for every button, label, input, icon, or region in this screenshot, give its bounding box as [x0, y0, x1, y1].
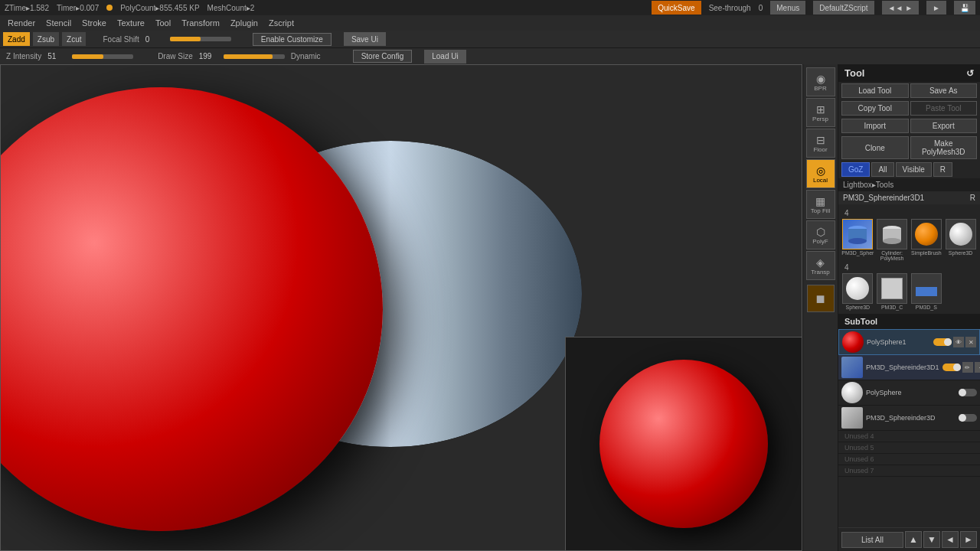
see-through-value: 0 — [759, 4, 763, 12]
local-button[interactable]: ◎ Local — [806, 159, 835, 188]
save-as-button[interactable]: Save As — [910, 83, 978, 98]
toggle-2[interactable] — [942, 364, 961, 371]
thumb-item-3[interactable]: SimpleBrush — [910, 219, 943, 262]
thumb-item-2[interactable]: Cylinder: PolyMesh — [876, 219, 909, 262]
subtool-eye-button-1[interactable]: 👁 — [953, 337, 964, 347]
toggle-4[interactable] — [959, 414, 977, 422]
store-config-button[interactable]: Store Config — [353, 50, 413, 63]
canvas-area[interactable] — [0, 64, 802, 551]
cylinder-icon — [844, 221, 871, 247]
thumb-item-7[interactable]: PM3D_S — [910, 273, 943, 311]
zsub-button[interactable]: Zsub — [33, 32, 59, 46]
zcut-button[interactable]: Zcut — [62, 32, 86, 46]
thumb-sphere-white[interactable] — [946, 219, 976, 249]
unused-4: Unused 4 — [838, 431, 980, 442]
load-ui-button[interactable]: Load Ui — [424, 50, 466, 64]
thumb-cube-white[interactable] — [877, 273, 907, 304]
subtool-item-pm3d2[interactable]: PM3D_Sphereinder3D — [838, 406, 980, 431]
local-icon: ◎ — [816, 165, 825, 177]
floor-button[interactable]: ⊟ Floor — [806, 129, 835, 158]
draw-size-slider[interactable] — [224, 54, 285, 59]
default-zscript-button[interactable]: DefaultZScript — [813, 1, 874, 15]
subtool-x-button-1[interactable]: ✕ — [965, 337, 976, 347]
thumb-label-4: Sphere3D — [949, 249, 973, 256]
save-file-button[interactable]: 💾 — [954, 1, 975, 15]
menu-render[interactable]: Render — [3, 17, 40, 29]
make-polymesh3d-button[interactable]: Make PolyMesh3D — [910, 136, 978, 159]
copy-tool-button[interactable]: Copy Tool — [841, 101, 909, 116]
bpr-icon: ◉ — [816, 73, 825, 85]
subtool-item-pm3d[interactable]: PM3D_Sphereinder3D1 ✏ · 👁 ✕ — [838, 355, 980, 380]
menu-tool[interactable]: Tool — [151, 17, 175, 29]
material-preview[interactable]: ■ — [807, 285, 835, 312]
subtool-item-polysphere1[interactable]: PolySphere1 👁 ✕ — [838, 329, 980, 355]
nav-left-button[interactable]: ◄◄ ► — [882, 1, 919, 15]
subtool-controls-2: ✏ · 👁 ✕ — [942, 362, 980, 373]
load-tool-button[interactable]: Load Tool — [841, 83, 909, 98]
top-fill-icon: ▦ — [815, 195, 825, 207]
all-button[interactable]: All — [871, 162, 893, 177]
menu-bar: Render Stencil Stroke Texture Tool Trans… — [0, 15, 980, 31]
goz-button[interactable]: GoZ — [841, 162, 870, 177]
toggle-1[interactable] — [933, 338, 952, 346]
arrow-down-button[interactable]: ▼ — [923, 531, 940, 548]
menus-button[interactable]: Menus — [770, 1, 805, 15]
menu-zplugin[interactable]: Zplugin — [226, 17, 263, 29]
subtool-name-pm3d2: PM3D_Sphereinder3D — [866, 414, 956, 422]
small-viewport[interactable] — [565, 337, 802, 551]
toggle-3[interactable] — [959, 389, 977, 396]
visible-button[interactable]: Visible — [896, 162, 932, 177]
subtool-item-polysphere[interactable]: PolySphere — [838, 380, 980, 406]
enable-customize-button[interactable]: Enable Customize — [253, 33, 332, 46]
zadd-button[interactable]: Zadd — [3, 32, 30, 46]
z-intensity-slider[interactable] — [72, 54, 133, 59]
menu-stroke[interactable]: Stroke — [77, 17, 111, 29]
thumb-item-4[interactable]: Sphere3D — [944, 219, 977, 262]
thumb-cylinder-white[interactable] — [877, 219, 907, 249]
list-all-button[interactable]: List All — [841, 532, 903, 548]
export-button[interactable]: Export — [910, 119, 978, 133]
thumb-cylinder-blue[interactable] — [842, 219, 873, 249]
tool-thumbs-grid: PM3D_Spher Cylinder: PolyMesh SimpleBrus… — [841, 219, 977, 262]
r-button[interactable]: R — [933, 162, 952, 177]
bpr-button[interactable]: ◉ BPR — [806, 67, 835, 96]
nav-right-button[interactable]: ► — [926, 1, 946, 15]
top-bar: ZTime▸1.582 Timer▸0.007 PolyCount▸855.45… — [0, 0, 980, 15]
thumb-sphere-white2[interactable] — [842, 273, 873, 304]
arrow-right-button[interactable]: ► — [960, 531, 977, 548]
thumb-rect-blue[interactable] — [911, 273, 942, 304]
persp-icon: ⊞ — [816, 103, 825, 116]
menu-texture[interactable]: Texture — [113, 17, 149, 29]
unused-7: Unused 7 — [838, 465, 980, 477]
thumb-item-6[interactable]: PM3D_C — [876, 273, 909, 311]
save-ui-button[interactable]: Save Ui — [344, 32, 386, 46]
transp-button[interactable]: ◈ Transp — [806, 251, 835, 280]
lightbox-header[interactable]: Lightbox▸Tools — [838, 178, 980, 191]
arrow-up-button[interactable]: ▲ — [905, 531, 922, 548]
pm3d-r: R — [970, 194, 975, 202]
clone-button[interactable]: Clone — [841, 136, 909, 159]
top-fill-button[interactable]: ▦ Top Fill — [806, 190, 835, 219]
bpr-label: BPR — [814, 86, 826, 92]
subtool-pencil-btn[interactable]: ✏ — [962, 362, 973, 373]
polyf-button[interactable]: ⬡ PolyF — [806, 220, 835, 249]
focal-shift-slider[interactable] — [170, 37, 231, 41]
import-export-row: Import Export — [838, 117, 980, 135]
persp-button[interactable]: ⊞ Persp — [806, 98, 835, 127]
subtool-dot-btn[interactable]: · — [975, 362, 980, 373]
menu-stencil[interactable]: Stencil — [41, 17, 76, 29]
meshcount-display: MeshCount▸2 — [207, 4, 255, 12]
paste-tool-button[interactable]: Paste Tool — [910, 101, 978, 116]
menu-transform[interactable]: Transform — [177, 17, 224, 29]
thumb-label-5: Sphere3D — [846, 304, 871, 311]
thumb-sphere-orange[interactable] — [911, 219, 942, 249]
arrow-left-button[interactable]: ◄ — [942, 531, 959, 548]
menu-zscript[interactable]: Zscript — [264, 17, 299, 29]
subtool-icon-pm3d — [841, 357, 863, 378]
import-button[interactable]: Import — [841, 119, 909, 133]
thumb-item-1[interactable]: PM3D_Spher — [841, 219, 874, 262]
tool-count-2: 4 — [841, 262, 977, 273]
thumb-item-5[interactable]: Sphere3D — [841, 273, 874, 311]
rect-blue-shape — [916, 287, 937, 296]
quicksave-button[interactable]: QuickSave — [652, 1, 701, 15]
